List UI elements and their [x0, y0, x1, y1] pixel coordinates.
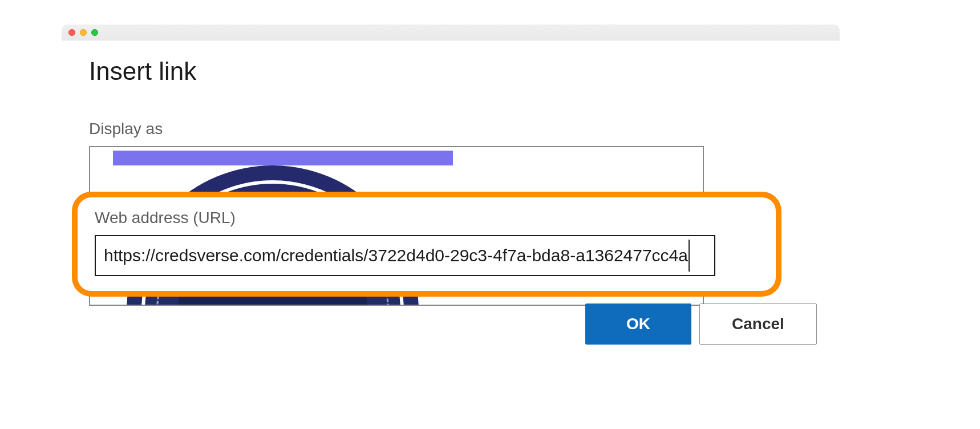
url-label: Web address (URL) — [95, 209, 236, 227]
ok-button[interactable]: OK — [585, 303, 691, 345]
close-window-icon[interactable] — [68, 29, 75, 36]
selection-highlight — [113, 151, 453, 165]
window-titlebar — [62, 25, 840, 41]
url-section-highlight: Web address (URL) — [72, 192, 781, 297]
minimize-window-icon[interactable] — [80, 29, 87, 36]
dialog-canvas: Insert link Display as Web address (URL)… — [0, 0, 980, 429]
url-input[interactable] — [95, 235, 715, 276]
zoom-window-icon[interactable] — [91, 29, 98, 36]
dialog-title: Insert link — [89, 57, 196, 86]
display-as-label: Display as — [89, 120, 163, 138]
text-caret-icon — [689, 240, 690, 272]
window-controls — [68, 29, 98, 36]
ok-button-label: OK — [626, 315, 650, 333]
cancel-button-label: Cancel — [732, 315, 784, 333]
cancel-button[interactable]: Cancel — [699, 303, 817, 345]
